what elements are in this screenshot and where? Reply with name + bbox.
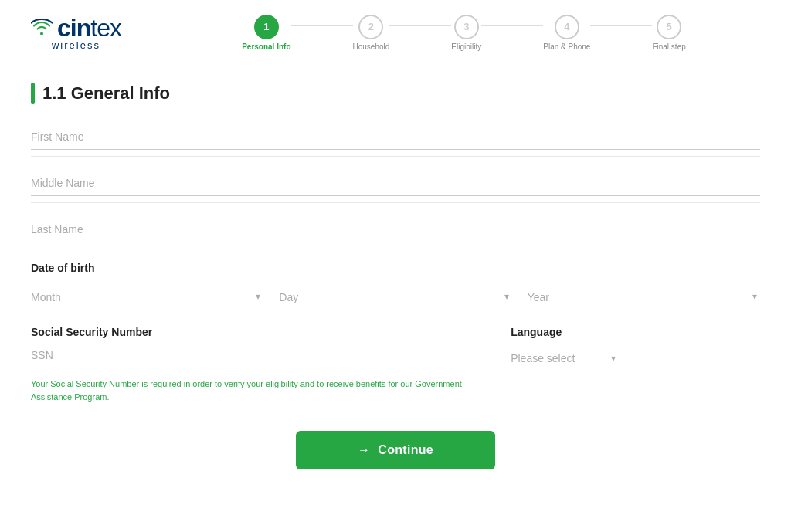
logo-wireless: wireless [52, 39, 100, 51]
step-line-3 [481, 25, 543, 26]
step-3-circle: 3 [454, 15, 479, 39]
day-select-wrap: Day 12345 678910 1112131415 1617181920 2… [279, 283, 511, 310]
main-content: 1.1 General Info Date of birth Month Jan… [0, 59, 791, 500]
last-name-input[interactable] [31, 215, 760, 242]
logo-tex: tex [90, 14, 121, 42]
step-2-circle: 2 [358, 15, 383, 39]
language-label: Language [511, 326, 760, 338]
wifi-icon [31, 19, 53, 37]
step-1-circle: 1 [254, 15, 279, 39]
step-2[interactable]: 2 Household [353, 15, 390, 51]
middle-name-input[interactable] [31, 169, 760, 196]
step-line-1 [291, 25, 353, 26]
month-select-wrap: Month JanuaryFebruaryMarch AprilMayJune … [31, 283, 263, 310]
continue-button-wrap: → Continue [31, 431, 760, 485]
step-4-circle: 4 [555, 15, 579, 39]
dob-label: Date of birth [31, 262, 760, 274]
step-line-2 [389, 25, 451, 26]
step-5[interactable]: 5 Final step [652, 15, 685, 51]
ssn-input[interactable] [31, 346, 480, 364]
divider-3 [31, 249, 760, 249]
year-select-wrap: Year ▾ [528, 283, 760, 310]
divider-2 [31, 202, 760, 203]
last-name-field [31, 215, 760, 242]
logo-text: cintex [31, 14, 121, 42]
logo: cintex wireless [31, 14, 121, 51]
step-5-label: Final step [652, 42, 685, 51]
logo-cin: cin [57, 14, 90, 42]
divider-1 [31, 156, 760, 157]
ssn-column: Social Security Number Your Social Secur… [31, 326, 480, 403]
section-title-bar [31, 83, 35, 104]
middle-name-field [31, 169, 760, 196]
section-title: 1.1 General Info [31, 83, 760, 104]
continue-button[interactable]: → Continue [296, 431, 495, 469]
year-select[interactable]: Year [528, 283, 760, 310]
step-1[interactable]: 1 Personal Info [242, 15, 290, 51]
ssn-lang-row: Social Security Number Your Social Secur… [31, 326, 760, 403]
step-1-label: Personal Info [242, 42, 290, 51]
step-line-4 [590, 25, 652, 26]
first-name-field [31, 123, 760, 150]
step-4-label: Plan & Phone [543, 42, 590, 51]
stepper: 1 Personal Info 2 Household 3 Eligibilit… [121, 15, 760, 51]
language-select[interactable]: Please select English Spanish French [511, 346, 603, 371]
step-2-label: Household [353, 42, 390, 51]
day-select[interactable]: Day 12345 678910 1112131415 1617181920 2… [279, 283, 511, 310]
header: cintex wireless 1 Personal Info 2 Househ… [0, 0, 791, 59]
language-chevron-icon: ▾ [611, 353, 616, 364]
first-name-input[interactable] [31, 123, 760, 150]
language-select-wrap: Please select English Spanish French ▾ [511, 346, 619, 371]
month-select[interactable]: Month JanuaryFebruaryMarch AprilMayJune … [31, 283, 263, 310]
step-3-label: Eligibility [451, 42, 481, 51]
ssn-note: Your Social Security Number is required … [31, 378, 479, 403]
ssn-input-wrap [31, 346, 480, 371]
step-5-circle: 5 [657, 15, 681, 39]
ssn-label: Social Security Number [31, 326, 480, 338]
step-3[interactable]: 3 Eligibility [451, 15, 481, 51]
language-column: Language Please select English Spanish F… [511, 326, 760, 371]
dob-row: Month JanuaryFebruaryMarch AprilMayJune … [31, 283, 760, 310]
arrow-right-icon: → [358, 443, 370, 457]
step-4[interactable]: 4 Plan & Phone [543, 15, 590, 51]
